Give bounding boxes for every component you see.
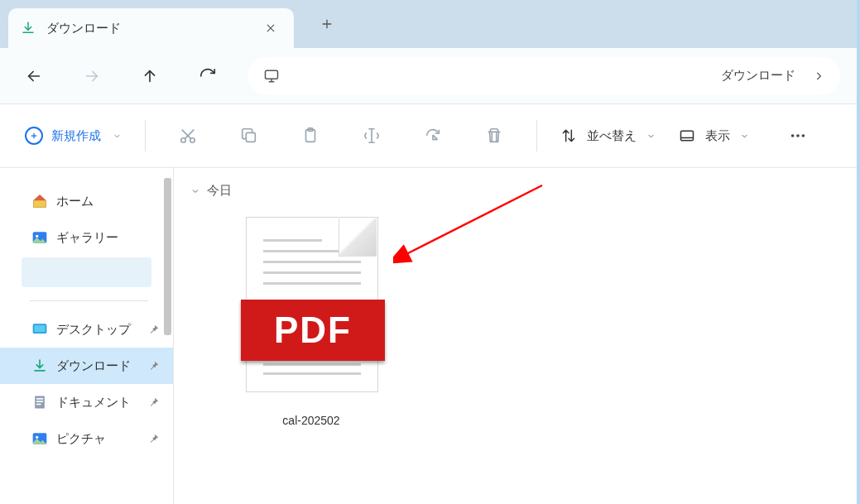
refresh-button[interactable] xyxy=(190,59,225,94)
paste-icon[interactable] xyxy=(291,117,329,155)
navigation-row: ダウンロード xyxy=(0,48,857,103)
address-right: ダウンロード xyxy=(721,68,799,84)
sidebar-item-gallery[interactable]: ギャラリー xyxy=(0,219,173,256)
pin-icon xyxy=(148,360,160,372)
pin-icon xyxy=(148,433,160,444)
more-icon[interactable] xyxy=(779,117,817,155)
sidebar-divider xyxy=(30,300,148,301)
separator xyxy=(145,120,146,151)
content-area: 今日 xyxy=(174,168,857,504)
share-icon[interactable] xyxy=(414,117,452,155)
forward-button[interactable] xyxy=(74,59,109,94)
scrollbar[interactable] xyxy=(164,178,171,335)
monitor-icon xyxy=(262,66,281,86)
tab-title: ダウンロード xyxy=(46,21,249,36)
sort-button[interactable]: 並べ替え xyxy=(560,127,656,144)
group-label: 今日 xyxy=(207,183,232,199)
sidebar-item-home[interactable]: ホーム xyxy=(0,183,173,219)
sidebar-item-label: ダウンロード xyxy=(56,358,131,374)
chevron-down-icon xyxy=(113,132,122,141)
svg-rect-3 xyxy=(246,132,255,142)
tab[interactable]: ダウンロード xyxy=(8,8,294,48)
file-item[interactable]: PDF cal-202502 xyxy=(228,217,394,427)
sidebar-item-label: ホーム xyxy=(56,194,94,209)
svg-point-7 xyxy=(791,134,795,137)
copy-icon[interactable] xyxy=(230,117,268,155)
new-button[interactable]: 新規作成 xyxy=(25,127,122,145)
svg-point-9 xyxy=(802,134,805,137)
svg-rect-0 xyxy=(266,70,278,79)
back-button[interactable] xyxy=(17,59,51,94)
sidebar-item-desktop[interactable]: デスクトップ xyxy=(0,311,173,348)
svg-point-2 xyxy=(190,138,195,143)
pdf-badge-text: PDF xyxy=(274,310,352,351)
sidebar-item-label: ギャラリー xyxy=(56,230,118,246)
new-tab-button[interactable] xyxy=(312,9,342,39)
cut-icon[interactable] xyxy=(169,117,207,155)
svg-rect-15 xyxy=(36,398,43,400)
toolbar: 新規作成 並べ替え 表示 xyxy=(0,103,857,168)
sidebar: ホーム ギャラリー デスクトップ ダウンロード ドキュメント xyxy=(0,168,174,504)
pin-icon xyxy=(148,396,160,408)
download-icon xyxy=(20,20,36,36)
delete-icon[interactable] xyxy=(475,117,513,155)
plus-circle-icon xyxy=(25,127,43,145)
svg-point-1 xyxy=(181,138,186,143)
pdf-badge: PDF xyxy=(241,300,385,361)
close-icon[interactable] xyxy=(259,17,282,40)
svg-rect-16 xyxy=(36,401,43,402)
chevron-right-icon[interactable] xyxy=(810,68,827,84)
sidebar-item-label: デスクトップ xyxy=(56,322,131,338)
separator xyxy=(536,120,537,151)
group-header[interactable]: 今日 xyxy=(190,183,840,209)
up-button[interactable] xyxy=(132,59,167,94)
sidebar-item-label: ピクチャ xyxy=(56,431,106,447)
svg-rect-17 xyxy=(36,404,41,406)
file-name: cal-202502 xyxy=(228,414,394,427)
svg-point-11 xyxy=(36,235,38,238)
sort-label: 並べ替え xyxy=(587,128,637,144)
new-label: 新規作成 xyxy=(51,128,101,144)
sidebar-item-label: ドキュメント xyxy=(56,395,131,410)
svg-point-8 xyxy=(796,134,800,137)
view-label: 表示 xyxy=(705,128,730,144)
view-button[interactable]: 表示 xyxy=(679,127,749,144)
pin-icon xyxy=(148,324,160,335)
rename-icon[interactable] xyxy=(353,117,391,155)
sidebar-item-downloads[interactable]: ダウンロード xyxy=(0,348,173,384)
svg-rect-6 xyxy=(681,131,694,141)
address-bar[interactable]: ダウンロード xyxy=(248,57,840,95)
sidebar-placeholder xyxy=(22,257,151,287)
file-thumbnail: PDF xyxy=(241,217,382,399)
tab-strip: ダウンロード xyxy=(0,0,857,48)
sidebar-item-pictures[interactable]: ピクチャ xyxy=(0,420,173,457)
svg-rect-13 xyxy=(34,325,45,332)
svg-point-19 xyxy=(36,436,38,439)
sidebar-item-documents[interactable]: ドキュメント xyxy=(0,384,173,420)
